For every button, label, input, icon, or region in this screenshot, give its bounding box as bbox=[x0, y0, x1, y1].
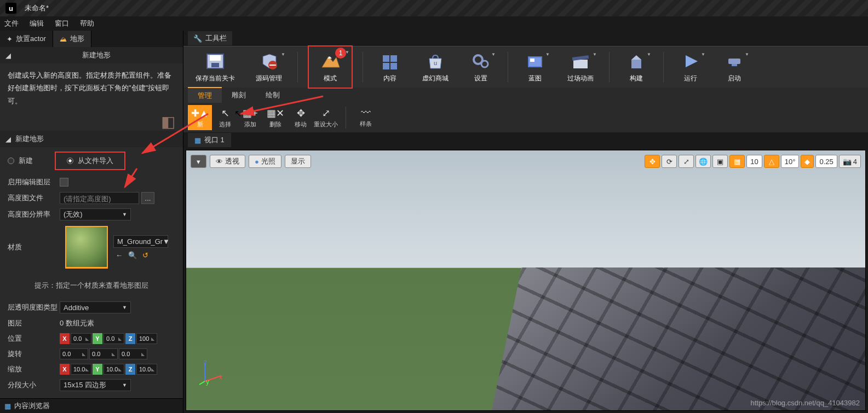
subtab-paint[interactable]: 绘制 bbox=[256, 88, 290, 103]
viewport-options-button[interactable]: ▾ bbox=[191, 155, 206, 168]
cursor-icon: ↖ bbox=[221, 107, 229, 119]
scale-tool[interactable]: ⤢ bbox=[679, 155, 694, 168]
tab-landscape[interactable]: ⛰ 地形 bbox=[53, 31, 91, 47]
scale-snap-value[interactable]: 0.25 bbox=[815, 155, 837, 168]
tool-add[interactable]: ▦+添加 bbox=[238, 105, 262, 130]
chevron-down-icon: ▼ bbox=[701, 52, 705, 57]
tab-toolbar[interactable]: 🔧 工具栏 bbox=[188, 31, 232, 45]
section-new-landscape[interactable]: ◢ 新建地形 bbox=[0, 47, 183, 63]
marketplace-button[interactable]: u 虚幻商城 bbox=[417, 49, 454, 85]
clap-icon bbox=[570, 52, 591, 71]
svg-rect-2 bbox=[211, 63, 219, 67]
scale-snap-button[interactable]: ◆ bbox=[801, 155, 814, 168]
build-button[interactable]: 构建▼ bbox=[619, 49, 653, 85]
modes-button[interactable]: 模式▼ 1 bbox=[308, 45, 353, 89]
axis-z-icon: Z bbox=[125, 364, 135, 375]
chevron-down-icon: ▼ bbox=[647, 52, 651, 57]
subtab-sculpt[interactable]: 雕刻 bbox=[222, 88, 256, 103]
dropdown-section-size[interactable]: 15x15 四边形▼ bbox=[60, 379, 131, 391]
grid-snap-button[interactable]: ▦ bbox=[729, 155, 745, 168]
rotate-tool[interactable]: ⟳ bbox=[662, 155, 677, 168]
tool-select[interactable]: ↖选择 bbox=[213, 105, 237, 130]
svg-rect-7 bbox=[383, 63, 389, 69]
chevron-down-icon: ▼ bbox=[745, 52, 749, 57]
svg-point-11 bbox=[481, 61, 488, 67]
tab-content-browser[interactable]: 内容浏览器 bbox=[14, 401, 50, 411]
surface-snap-button[interactable]: ▣ bbox=[712, 155, 728, 168]
input-rot-z[interactable]: 0.0◣ bbox=[119, 348, 147, 359]
chevron-down-icon: ▼ bbox=[491, 52, 496, 57]
chevron-down-icon: ▼ bbox=[593, 52, 597, 57]
landscape-subtabs: 管理 雕刻 绘制 bbox=[183, 88, 868, 103]
tab-place-actor[interactable]: ✦ 放置actor bbox=[0, 31, 53, 47]
dropdown-layer-alpha-type[interactable]: Additive▼ bbox=[60, 301, 131, 313]
source-control-button[interactable]: 源码管理▼ bbox=[250, 49, 288, 85]
label-rotation: 旋转 bbox=[8, 349, 60, 359]
dropdown-material-name[interactable]: M_Ground_Gr▼ bbox=[113, 235, 168, 248]
launch-button[interactable]: 启动▼ bbox=[717, 49, 751, 85]
search-icon[interactable]: 🔍 bbox=[128, 251, 137, 259]
label-layers: 图层 bbox=[8, 318, 60, 328]
chevron-down-icon: ▼ bbox=[281, 52, 285, 57]
checkbox-enable-edit-layers[interactable] bbox=[60, 178, 68, 187]
play-icon bbox=[680, 52, 701, 71]
blueprints-button[interactable]: 蓝图▼ bbox=[518, 49, 552, 85]
play-button[interactable]: 运行▼ bbox=[674, 49, 708, 85]
dropdown-heightmap-resolution[interactable]: (无效)▼ bbox=[60, 208, 131, 220]
build-icon bbox=[626, 52, 647, 71]
subtab-manage[interactable]: 管理 bbox=[188, 87, 222, 103]
tool-new[interactable]: ✚▲新 bbox=[188, 105, 212, 130]
browse-button[interactable]: ... bbox=[141, 192, 154, 204]
svg-rect-17 bbox=[631, 60, 641, 68]
coord-space-button[interactable]: 🌐 bbox=[695, 155, 711, 168]
reset-icon[interactable]: ↺ bbox=[142, 251, 148, 259]
input-scale-z[interactable]: 10.0◣ bbox=[136, 364, 157, 375]
input-heightmap-file[interactable]: (请指定高度图) bbox=[60, 192, 139, 204]
cube-icon: ◧ bbox=[161, 113, 175, 131]
axis-z-icon: Z bbox=[125, 333, 135, 344]
input-scale-y[interactable]: 10.0◣ bbox=[104, 364, 124, 375]
tool-resize[interactable]: ⤢重设大小 bbox=[314, 105, 338, 130]
landscape-description: 创建或导入新的高度图。指定材质并配置组件。准备好创建新地图时，按下此面板右下角的… bbox=[0, 63, 183, 113]
radio-import-from-file[interactable]: 从文件导入 bbox=[55, 152, 125, 170]
blueprint-icon bbox=[525, 52, 545, 71]
input-loc-x[interactable]: 0.0◣ bbox=[71, 333, 91, 344]
angle-snap-button[interactable]: △ bbox=[764, 155, 779, 168]
save-level-button[interactable]: 保存当前关卡 bbox=[190, 49, 240, 85]
label-enable-edit-layers: 启用编辑图层 bbox=[8, 177, 60, 187]
svg-rect-19 bbox=[732, 64, 737, 66]
chevron-down-icon: ◢ bbox=[5, 135, 11, 143]
viewport-3d[interactable]: ▾ 👁透视 ●光照 显示 ✥ ⟳ ⤢ 🌐 ▣ ▦ 10 △ 10° ◆ 0.2 bbox=[186, 150, 866, 411]
tool-delete[interactable]: ▦✕删除 bbox=[263, 105, 288, 130]
menu-help[interactable]: 帮助 bbox=[80, 19, 94, 28]
angle-snap-value[interactable]: 10° bbox=[781, 155, 800, 168]
perspective-button[interactable]: 👁透视 bbox=[210, 155, 245, 168]
camera-speed-button[interactable]: 📷 4 bbox=[839, 155, 861, 168]
content-button[interactable]: 内容 bbox=[373, 49, 407, 85]
menu-window[interactable]: 窗口 bbox=[55, 19, 69, 28]
tool-move[interactable]: ✥移动 bbox=[289, 105, 313, 130]
svg-rect-18 bbox=[728, 59, 740, 64]
input-loc-z[interactable]: 100◣ bbox=[136, 333, 157, 344]
radio-new[interactable]: 新建 bbox=[8, 156, 33, 166]
translate-tool[interactable]: ✥ bbox=[645, 155, 660, 168]
show-button[interactable]: 显示 bbox=[285, 155, 311, 168]
input-rot-x[interactable]: 0.0◣ bbox=[60, 348, 88, 359]
menu-file[interactable]: 文件 bbox=[4, 19, 19, 28]
input-rot-y[interactable]: 0.0◣ bbox=[89, 348, 118, 359]
tool-spline[interactable]: 〰样条 bbox=[354, 105, 378, 130]
label-section-size: 分段大小 bbox=[8, 380, 60, 390]
settings-button[interactable]: 设置▼ bbox=[464, 49, 498, 85]
chevron-down-icon: ▼ bbox=[122, 382, 127, 388]
tab-viewport[interactable]: ▦ 视口 1 bbox=[188, 133, 231, 147]
material-thumbnail[interactable] bbox=[65, 226, 108, 269]
menu-edit[interactable]: 编辑 bbox=[30, 19, 44, 28]
input-loc-y[interactable]: 0.0◣ bbox=[104, 333, 124, 344]
input-scale-x[interactable]: 10.0◣ bbox=[71, 364, 91, 375]
left-panel: ✦ 放置actor ⛰ 地形 ◢ 新建地形 创建或导入新的高度图。指定材质并配置… bbox=[0, 31, 183, 413]
grid-snap-value[interactable]: 10 bbox=[746, 155, 762, 168]
cinematics-button[interactable]: 过场动画▼ bbox=[562, 49, 599, 85]
lit-mode-button[interactable]: ●光照 bbox=[249, 155, 281, 168]
section-new-landscape-2[interactable]: ◢ 新建地形 bbox=[0, 131, 183, 147]
back-icon[interactable]: ← bbox=[116, 251, 123, 259]
